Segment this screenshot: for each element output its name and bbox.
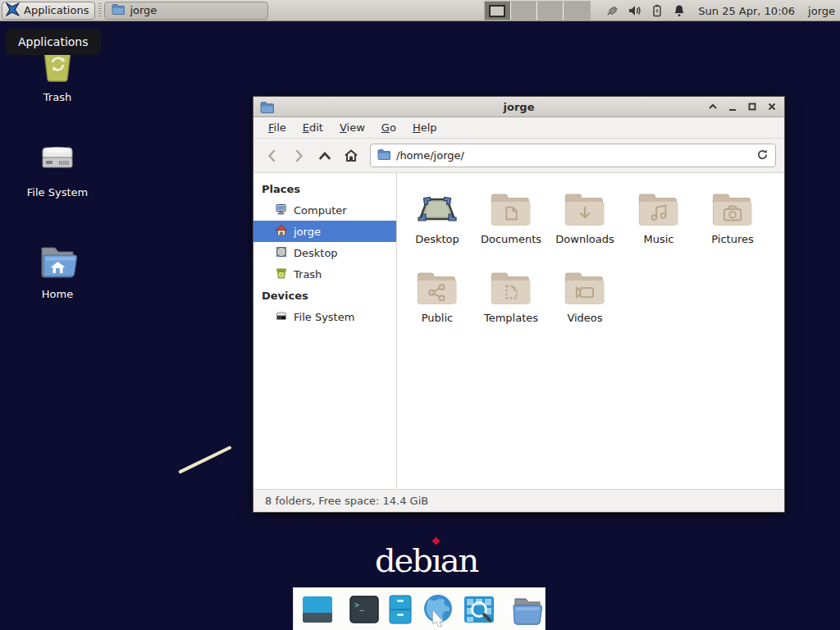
file-item-pictures[interactable]: Pictures [696, 183, 769, 260]
workspace-4[interactable] [564, 2, 590, 20]
forward-button[interactable] [288, 145, 309, 167]
file-item-public[interactable]: Public [400, 262, 474, 339]
downloads-folder-icon [563, 183, 607, 229]
home-button[interactable] [340, 145, 362, 167]
file-item-label: Videos [567, 312, 602, 324]
sidebar-item-computer[interactable]: Computer [253, 199, 396, 221]
pointer-line-artifact [178, 445, 232, 474]
back-button[interactable] [262, 145, 283, 167]
desktop-icon-label: Trash [43, 91, 71, 103]
videos-folder-icon [563, 262, 607, 308]
volume-icon[interactable] [628, 3, 642, 18]
sidebar-item-desktop[interactable]: Desktop [253, 242, 396, 263]
menu-edit[interactable]: Edit [296, 119, 330, 136]
path-folder-icon [377, 148, 390, 162]
desktop-icon [275, 245, 288, 261]
titlebar[interactable]: jorge [253, 97, 784, 117]
toolbar: /home/jorge/ [253, 139, 784, 173]
panel-username[interactable]: jorge [808, 5, 835, 17]
file-manager-folder-icon[interactable] [510, 594, 545, 625]
show-desktop-icon[interactable] [301, 595, 334, 624]
sidebar-item-label: File System [294, 311, 354, 323]
file-item-label: Desktop [415, 233, 459, 245]
file-item-label: Downloads [555, 233, 614, 245]
path-bar[interactable]: /home/jorge/ [370, 144, 776, 167]
music-folder-icon [637, 183, 681, 229]
dock: >_ [293, 587, 546, 630]
minimize-button[interactable] [727, 101, 738, 112]
panel-clock[interactable]: Sun 25 Apr, 10:06 [698, 5, 795, 17]
applications-tooltip: Applications [6, 29, 101, 55]
workspace-1[interactable] [485, 2, 511, 20]
network-icon[interactable] [605, 3, 620, 18]
templates-folder-icon [489, 262, 533, 308]
taskbar-window-button[interactable]: jorge [104, 2, 268, 20]
file-item-videos[interactable]: Videos [548, 262, 622, 339]
workspace-switcher[interactable] [484, 1, 591, 21]
panel-handle[interactable] [97, 3, 103, 18]
workspace-window-thumb [489, 5, 505, 17]
sidebar: Places Computer jorge Desktop Trash Devi… [253, 173, 397, 489]
menu-go[interactable]: Go [375, 119, 403, 136]
menu-help[interactable]: Help [406, 119, 444, 136]
close-button[interactable] [766, 101, 778, 112]
up-button[interactable] [314, 145, 336, 167]
menu-view[interactable]: View [333, 119, 372, 136]
debian-logo-text: an [441, 541, 478, 579]
file-item-music[interactable]: Music [622, 183, 696, 260]
path-input[interactable]: /home/jorge/ [396, 149, 751, 162]
battery-icon[interactable] [650, 3, 664, 18]
home-folder-icon [35, 241, 80, 283]
applications-menu-button[interactable]: Applications [2, 2, 95, 20]
file-item-templates[interactable]: Templates [474, 262, 548, 339]
file-item-label: Documents [481, 233, 541, 245]
maximize-button[interactable] [746, 101, 758, 112]
xfce-logo-icon [6, 2, 20, 19]
file-grid: Desktop Documents Downloads Music [397, 173, 784, 489]
desktop-icon-file-system[interactable]: File System [21, 138, 94, 199]
applications-menu-label: Applications [24, 4, 89, 16]
top-panel: Applications jorge [0, 0, 840, 21]
file-item-label: Public [422, 312, 453, 324]
menu-file[interactable]: File [262, 119, 293, 136]
debian-logo-i: ı [431, 541, 441, 579]
notifications-bell-icon[interactable] [672, 3, 687, 18]
sidebar-item-trash[interactable]: Trash [253, 263, 396, 285]
app-finder-icon[interactable] [463, 595, 495, 624]
drive-icon [275, 309, 288, 325]
hard-drive-icon [36, 138, 79, 181]
file-item-label: Music [644, 233, 674, 245]
desktop-icon-home[interactable]: Home [21, 241, 94, 300]
file-item-documents[interactable]: Documents [474, 183, 548, 260]
svg-text:_: _ [359, 601, 365, 611]
file-item-downloads[interactable]: Downloads [548, 183, 622, 260]
sidebar-item-label: Computer [294, 204, 347, 217]
pictures-folder-icon [710, 183, 755, 229]
user-home-icon [275, 224, 288, 240]
shade-button[interactable] [707, 101, 719, 112]
sidebar-item-file-system[interactable]: File System [253, 306, 396, 327]
terminal-icon[interactable]: >_ [349, 595, 380, 624]
file-item-label: Pictures [711, 233, 753, 245]
desktop-folder-icon [413, 183, 461, 229]
folder-icon [112, 3, 125, 17]
file-manager-window: jorge File Edit View Go Help /home/jorge… [253, 96, 785, 513]
window-title: jorge [253, 101, 784, 113]
public-folder-icon [415, 262, 459, 308]
reload-icon[interactable] [756, 148, 769, 163]
sidebar-item-jorge[interactable]: jorge [253, 221, 396, 242]
sidebar-header-devices: Devices [253, 285, 396, 306]
menubar: File Edit View Go Help [253, 117, 784, 139]
file-item-desktop[interactable]: Desktop [400, 183, 474, 260]
system-tray [605, 3, 687, 18]
desktop-icon-label: Home [42, 288, 73, 300]
workspace-3[interactable] [537, 2, 564, 20]
debian-logo: debıan [375, 541, 477, 579]
file-item-label: Templates [484, 312, 538, 324]
sidebar-header-places: Places [253, 178, 396, 199]
computer-icon [275, 203, 288, 218]
web-browser-icon[interactable] [421, 592, 455, 627]
documents-folder-icon [489, 183, 533, 229]
workspace-2[interactable] [511, 2, 537, 20]
file-cabinet-icon[interactable] [387, 594, 413, 625]
